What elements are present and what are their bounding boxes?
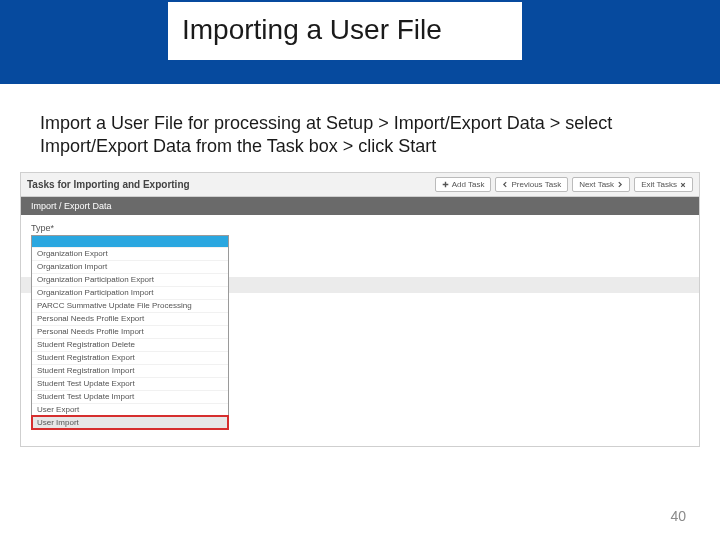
panel-title: Tasks for Importing and Exporting bbox=[27, 179, 435, 190]
add-task-label: Add Task bbox=[452, 180, 485, 189]
task-tab[interactable]: Import / Export Data bbox=[21, 197, 699, 215]
close-icon bbox=[680, 182, 686, 188]
dropdown-option[interactable]: Student Registration Delete bbox=[32, 338, 228, 351]
panel-body: Type* Organization Export Organization I… bbox=[21, 215, 699, 446]
dropdown-option[interactable]: Student Test Update Import bbox=[32, 390, 228, 403]
exit-tasks-label: Exit Tasks bbox=[641, 180, 677, 189]
dropdown-option[interactable]: Student Test Update Export bbox=[32, 377, 228, 390]
previous-task-label: Previous Task bbox=[511, 180, 561, 189]
exit-tasks-button[interactable]: Exit Tasks bbox=[634, 177, 693, 192]
dropdown-option[interactable]: Personal Needs Profile Import bbox=[32, 325, 228, 338]
dropdown-option[interactable]: Student Registration Export bbox=[32, 351, 228, 364]
panel-header: Tasks for Importing and Exporting Add Ta… bbox=[21, 173, 699, 197]
dropdown-option[interactable]: Organization Import bbox=[32, 260, 228, 273]
dropdown-option[interactable]: Organization Participation Import bbox=[32, 286, 228, 299]
slide-title: Importing a User File bbox=[168, 2, 522, 60]
dropdown-option-user-import[interactable]: User Import bbox=[32, 416, 228, 429]
page-number: 40 bbox=[670, 508, 686, 524]
add-task-button[interactable]: Add Task bbox=[435, 177, 492, 192]
previous-task-button[interactable]: Previous Task bbox=[495, 177, 568, 192]
plus-icon bbox=[442, 181, 449, 188]
dropdown-option[interactable]: Organization Export bbox=[32, 247, 228, 260]
dropdown-option[interactable]: PARCC Summative Update File Processing bbox=[32, 299, 228, 312]
dropdown-option[interactable]: Personal Needs Profile Export bbox=[32, 312, 228, 325]
next-task-label: Next Task bbox=[579, 180, 614, 189]
chevron-right-icon bbox=[617, 181, 623, 188]
dropdown-option[interactable]: Organization Participation Export bbox=[32, 273, 228, 286]
chevron-left-icon bbox=[502, 181, 508, 188]
dropdown-option[interactable]: User Export bbox=[32, 403, 228, 416]
type-dropdown[interactable]: Organization Export Organization Import … bbox=[31, 235, 229, 430]
type-label: Type* bbox=[31, 223, 689, 233]
panel-buttons: Add Task Previous Task Next Task Exit Ta… bbox=[435, 177, 693, 192]
dropdown-selected-blank[interactable] bbox=[32, 236, 228, 247]
next-task-button[interactable]: Next Task bbox=[572, 177, 630, 192]
dropdown-option[interactable]: Student Registration Import bbox=[32, 364, 228, 377]
screenshot-panel: Tasks for Importing and Exporting Add Ta… bbox=[20, 172, 700, 447]
instruction-text: Import a User File for processing at Set… bbox=[40, 112, 680, 158]
title-banner: Importing a User File bbox=[0, 0, 720, 84]
